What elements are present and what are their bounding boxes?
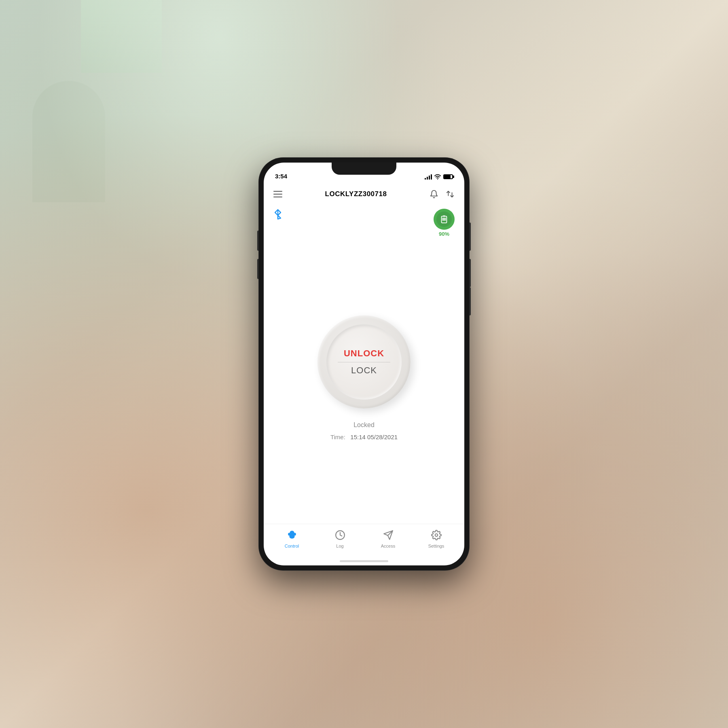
signal-bars-icon: [425, 174, 432, 180]
access-icon: [383, 530, 394, 542]
nav-item-settings[interactable]: Settings: [423, 530, 449, 548]
app-content: 90% UNLOCK LOCK Locked Time:: [264, 205, 464, 524]
svg-rect-4: [442, 218, 446, 220]
menu-button[interactable]: [273, 191, 282, 197]
settings-icon: [431, 530, 442, 542]
top-indicators: 90%: [272, 205, 456, 240]
header-actions: [430, 190, 455, 199]
swap-icon: [446, 190, 455, 199]
swap-button[interactable]: [446, 190, 455, 199]
battery-fill: [444, 175, 451, 178]
time-value: 15:14 05/28/2021: [350, 434, 398, 440]
battery-circle-inner: [436, 212, 452, 227]
log-icon: [335, 530, 345, 542]
nav-item-control[interactable]: Control: [279, 530, 305, 548]
status-time: 3:54: [275, 173, 287, 180]
nav-item-access[interactable]: Access: [375, 530, 401, 548]
signal-bar-2: [427, 177, 428, 180]
svg-rect-3: [443, 216, 445, 217]
notification-button[interactable]: [430, 190, 438, 199]
phone: 3:54: [259, 158, 469, 570]
svg-point-8: [435, 534, 438, 537]
battery-status-icon: [443, 174, 453, 179]
notch: [332, 163, 396, 175]
menu-line-2: [273, 194, 282, 195]
device-name: LOCKLYZZ300718: [325, 190, 387, 198]
status-icons: [425, 174, 453, 180]
control-nav-label: Control: [285, 544, 299, 548]
battery-circle: [434, 209, 455, 230]
time-display: Time: 15:14 05/28/2021: [330, 434, 398, 440]
phone-outer: 3:54: [259, 158, 469, 570]
control-icon: [287, 530, 297, 542]
lock-label: LOCK: [351, 365, 377, 376]
lock-toggle-button[interactable]: UNLOCK LOCK: [317, 315, 411, 408]
bell-icon: [430, 190, 438, 199]
svg-point-0: [437, 179, 438, 180]
lock-circle-inner: UNLOCK LOCK: [326, 324, 402, 400]
signal-bar-3: [429, 176, 430, 180]
app-header: LOCKLYZZ300718: [264, 183, 464, 205]
nav-item-log[interactable]: Log: [327, 530, 353, 548]
home-indicator: [340, 560, 388, 562]
phone-screen: 3:54: [264, 163, 464, 565]
bottom-nav: Control Log: [264, 524, 464, 560]
lock-divider: [338, 362, 390, 362]
signal-bar-1: [425, 178, 426, 180]
signal-bar-4: [431, 174, 432, 180]
unlock-label: UNLOCK: [344, 348, 384, 359]
time-label: Time:: [330, 434, 345, 440]
menu-line-3: [273, 197, 282, 197]
battery-indicator: 90%: [434, 209, 455, 237]
access-nav-label: Access: [381, 544, 395, 548]
settings-nav-label: Settings: [428, 544, 444, 548]
log-nav-label: Log: [336, 544, 343, 548]
bluetooth-icon: [273, 209, 282, 222]
battery-device-icon: [440, 215, 449, 224]
lock-status-text: Locked: [353, 421, 375, 429]
menu-line-1: [273, 191, 282, 192]
battery-percent: 90%: [439, 231, 449, 237]
wifi-icon: [434, 174, 441, 180]
lock-control: UNLOCK LOCK Locked Time: 15:14 05/28/202…: [317, 240, 411, 524]
